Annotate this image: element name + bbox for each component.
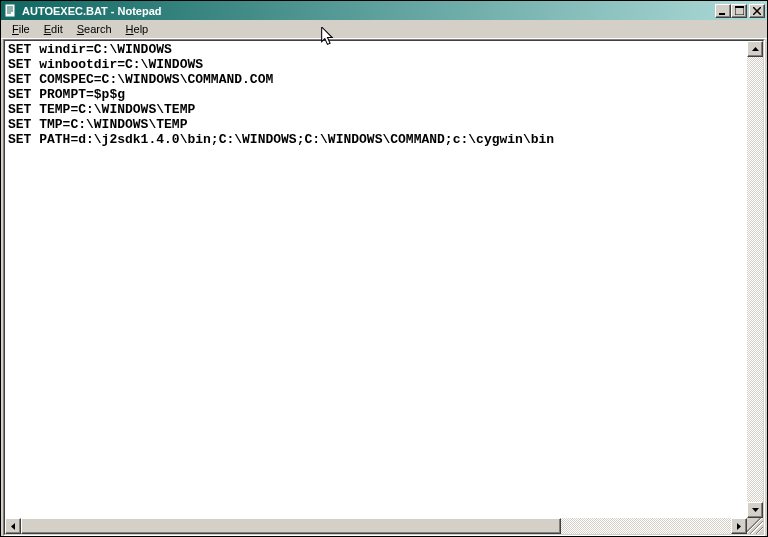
vertical-scrollbar[interactable]: [747, 41, 763, 518]
window-controls: [715, 4, 765, 18]
maximize-button[interactable]: [731, 4, 747, 18]
notepad-icon: [3, 3, 19, 19]
menu-edit[interactable]: Edit: [37, 21, 70, 37]
notepad-window: AUTOEXEC.BAT - Notepad File Edit Search …: [0, 0, 768, 537]
horizontal-scrollbar[interactable]: [5, 518, 747, 534]
title-bar[interactable]: AUTOEXEC.BAT - Notepad: [1, 1, 767, 20]
client-area: SET windir=C:\WINDOWS SET winbootdir=C:\…: [1, 39, 767, 536]
scroll-left-button[interactable]: [5, 518, 21, 534]
minimize-button[interactable]: [715, 4, 731, 18]
scroll-up-button[interactable]: [747, 41, 763, 57]
svg-rect-7: [735, 6, 744, 8]
menu-search[interactable]: Search: [70, 21, 119, 37]
svg-rect-5: [719, 13, 725, 15]
menu-bar: File Edit Search Help: [1, 20, 767, 39]
close-button[interactable]: [749, 4, 765, 18]
menu-file[interactable]: File: [5, 21, 37, 37]
window-title: AUTOEXEC.BAT - Notepad: [22, 5, 715, 17]
editor-border: SET windir=C:\WINDOWS SET winbootdir=C:\…: [3, 39, 765, 536]
scroll-down-button[interactable]: [747, 502, 763, 518]
menu-help[interactable]: Help: [119, 21, 156, 37]
size-grip[interactable]: [747, 518, 763, 534]
horizontal-scroll-thumb[interactable]: [21, 518, 561, 534]
text-editor[interactable]: SET windir=C:\WINDOWS SET winbootdir=C:\…: [5, 41, 747, 518]
scroll-right-button[interactable]: [731, 518, 747, 534]
